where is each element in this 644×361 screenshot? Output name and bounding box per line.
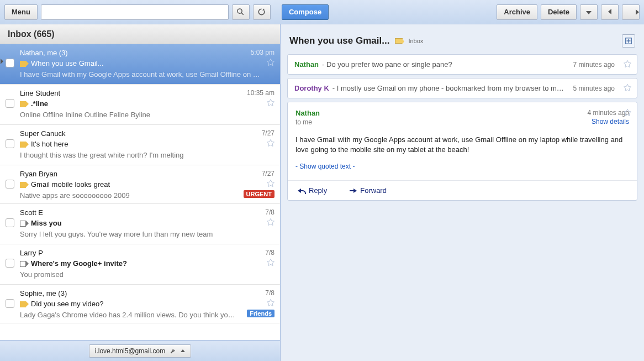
thread-header: When you use Gmail... Inbox [281, 24, 644, 54]
inbox-header[interactable]: Inbox (665) [0, 24, 280, 44]
show-details-link[interactable]: Show details [588, 118, 629, 125]
recipient-line: to me [295, 118, 320, 126]
thread-message-expanded: Nathanto me4 minutes agoShow detailsI ha… [287, 102, 637, 201]
message-row[interactable]: Ryan Bryan7/27 Gmail mobile looks greatN… [0, 165, 280, 204]
message-row[interactable]: Line Student10:35 am .*lineOnline Offlin… [0, 85, 280, 125]
refresh-button[interactable] [253, 4, 271, 20]
sender-name: Dorothy K [294, 84, 329, 92]
top-toolbar: Menu Compose Archive Delete [0, 0, 644, 24]
message-from: Larry P [20, 249, 275, 257]
prev-button[interactable] [601, 4, 619, 20]
sender-name: Nathan [294, 60, 319, 69]
archive-button[interactable]: Archive [497, 4, 537, 20]
message-age: 5 minutes ago [573, 85, 615, 92]
message-row[interactable]: Super Canuck7/27 It's hot hereI thought … [0, 125, 280, 165]
message-tag[interactable]: URGENT [244, 190, 275, 198]
message-time: 10:35 am [247, 89, 275, 97]
priority-marker-icon [20, 221, 29, 227]
star-icon[interactable] [266, 57, 276, 67]
message-checkbox[interactable] [6, 218, 14, 227]
thread-message-collapsed[interactable]: Dorothy K - I mostly use Gmail on my pho… [287, 78, 637, 98]
message-subject: It's hot here [20, 140, 275, 148]
more-actions-button[interactable] [580, 4, 598, 20]
thread-message-collapsed[interactable]: Nathan - Do you prefer two pane or singl… [287, 54, 637, 75]
message-time: 7/27 [262, 129, 275, 137]
message-snippet: Sorry I left you guys. You're way more f… [20, 230, 275, 238]
priority-marker-icon [20, 182, 29, 188]
message-from: Line Student [20, 89, 275, 97]
label-icon [395, 38, 403, 44]
message-preview: - I mostly use Gmail on my phone - bookm… [332, 84, 566, 92]
svg-line-1 [242, 13, 244, 14]
message-list[interactable]: Nathan, me (3)5:03 pm When you use Gmail… [0, 44, 280, 340]
priority-marker-icon [20, 61, 29, 67]
refresh-icon [257, 8, 266, 16]
star-icon[interactable] [266, 98, 276, 108]
message-row[interactable]: Nathan, me (3)5:03 pm When you use Gmail… [0, 44, 280, 85]
thread-messages: Nathan - Do you prefer two pane or singl… [281, 54, 644, 204]
forward-button[interactable]: Forward [349, 186, 387, 195]
message-snippet: Online Offline Inline Outline Feline Byl… [20, 111, 275, 119]
search-icon [236, 8, 245, 16]
wrench-icon [170, 348, 176, 354]
triangle-up-icon [181, 349, 185, 352]
message-subject: Did you see my video? [20, 300, 275, 308]
message-time: 5:03 pm [251, 49, 275, 56]
message-checkbox[interactable] [6, 99, 14, 108]
message-from: Scott E [20, 208, 275, 217]
star-icon[interactable] [266, 298, 276, 308]
search-button[interactable] [232, 4, 250, 20]
star-icon[interactable] [266, 217, 276, 227]
compose-button[interactable]: Compose [282, 4, 329, 20]
search-input[interactable] [41, 4, 229, 20]
star-icon[interactable] [266, 258, 276, 268]
left-toolbar-group: Menu [4, 4, 271, 20]
thread-title: When you use Gmail... [289, 35, 389, 46]
message-checkbox[interactable] [6, 180, 14, 189]
message-row[interactable]: Sophie, me (3)7/8 Did you see my video?L… [0, 285, 280, 323]
message-checkbox[interactable] [6, 259, 14, 268]
message-tag[interactable]: Friends [247, 310, 275, 317]
chevron-right-icon [636, 9, 639, 15]
menu-button[interactable]: Menu [4, 4, 38, 20]
message-body: I have Gmail with my Google Apps account… [295, 135, 629, 155]
message-checkbox[interactable] [6, 139, 14, 148]
account-email: i.love.html5@gmail.com [95, 347, 166, 355]
message-checkbox[interactable] [6, 299, 14, 308]
account-switcher[interactable]: i.love.html5@gmail.com [89, 344, 192, 358]
forward-icon [349, 188, 357, 193]
expand-icon [625, 37, 632, 45]
message-time: 7/8 [265, 249, 275, 257]
reading-pane: When you use Gmail... Inbox Nathan - Do … [281, 24, 644, 361]
bottom-bar: i.love.html5@gmail.com [0, 340, 280, 361]
star-icon[interactable] [266, 179, 276, 189]
expand-all-button[interactable] [622, 34, 635, 48]
priority-marker-icon [20, 261, 29, 267]
next-button[interactable] [622, 4, 640, 20]
message-subject: .*line [20, 100, 275, 108]
thread-label[interactable]: Inbox [408, 38, 423, 44]
caret-icon [1, 59, 3, 64]
priority-marker-icon [20, 101, 29, 107]
message-subject: Miss you [20, 219, 275, 227]
show-quoted-link[interactable]: - Show quoted text - [295, 163, 629, 170]
priority-marker-icon [20, 301, 29, 307]
message-age: 7 minutes ago [573, 61, 615, 69]
message-time: 7/8 [265, 208, 275, 216]
star-icon[interactable] [622, 59, 632, 69]
star-icon[interactable] [622, 83, 632, 93]
message-from: Nathan, me (3) [20, 49, 275, 57]
svg-point-0 [237, 9, 242, 13]
star-icon[interactable] [622, 108, 632, 118]
message-snippet: I thought this was the great white north… [20, 151, 275, 159]
delete-button[interactable]: Delete [541, 4, 577, 20]
message-checkbox[interactable] [6, 59, 14, 67]
message-snippet: You promised [20, 270, 275, 279]
star-icon[interactable] [266, 138, 276, 148]
message-row[interactable]: Larry P7/8 Where's my Google+ invite?You… [0, 244, 280, 285]
message-row[interactable]: Scott E7/8 Miss youSorry I left you guys… [0, 204, 280, 244]
message-subject: When you use Gmail... [20, 59, 275, 67]
reply-icon [298, 188, 305, 193]
reply-button[interactable]: Reply [298, 186, 327, 195]
priority-marker-icon [20, 142, 29, 148]
